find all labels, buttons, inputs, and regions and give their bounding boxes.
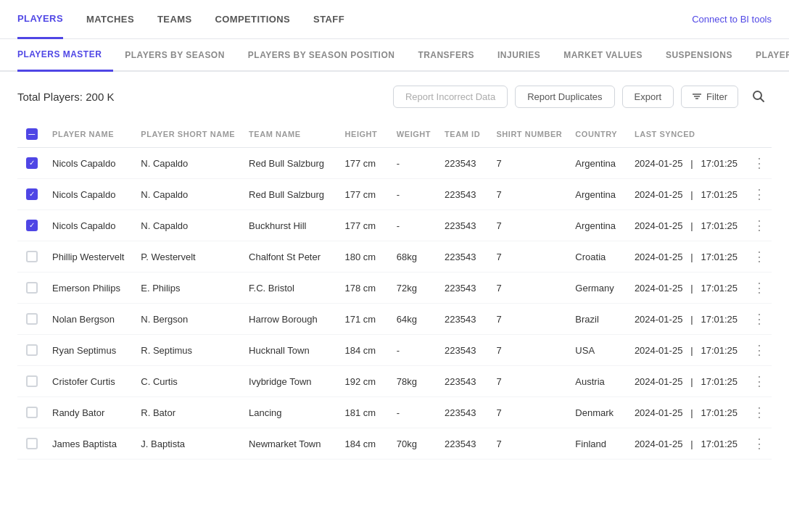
header-shirt-number: SHIRT NUMBER xyxy=(490,121,569,148)
nav-competitions[interactable]: COMPETITIONS xyxy=(215,1,290,38)
header-actions xyxy=(747,121,772,148)
row-shirt-number: 7 xyxy=(490,273,569,304)
nav-staff[interactable]: STAFF xyxy=(313,1,344,38)
subnav-players-master[interactable]: PLAYERS MASTER xyxy=(17,39,113,72)
row-checkbox[interactable] xyxy=(26,251,38,262)
row-player-name: James Baptista xyxy=(46,428,135,460)
row-team-name: Buckhurst Hill xyxy=(243,210,339,241)
row-more-options-button[interactable]: ⋮ xyxy=(753,249,766,264)
row-checkbox[interactable] xyxy=(26,313,38,325)
row-country: Finland xyxy=(569,428,629,460)
row-short-name: R. Septimus xyxy=(135,335,243,366)
row-more-options-button[interactable]: ⋮ xyxy=(753,280,766,295)
row-checkbox-cell xyxy=(17,148,46,179)
row-country: USA xyxy=(569,335,629,366)
row-checkbox[interactable] xyxy=(26,438,38,449)
row-weight: - xyxy=(391,148,439,179)
row-player-name: Phillip Westervelt xyxy=(46,241,135,273)
nav-matches[interactable]: MATCHES xyxy=(86,1,134,38)
row-checkbox[interactable] xyxy=(26,220,38,231)
row-team-name: Red Bull Salzburg xyxy=(243,148,339,179)
export-button[interactable]: Export xyxy=(622,86,674,108)
row-more-options-button[interactable]: ⋮ xyxy=(753,436,766,451)
row-checkbox[interactable] xyxy=(26,344,38,356)
toolbar-actions: Report Incorrect Data Report Duplicates … xyxy=(393,83,772,109)
report-duplicates-button[interactable]: Report Duplicates xyxy=(515,86,614,108)
row-last-synced: 2024-01-25 | 17:01:25 xyxy=(629,148,747,179)
row-sync-time: 17:01:25 xyxy=(701,158,738,169)
row-more-options-button[interactable]: ⋮ xyxy=(753,312,766,326)
row-height: 177 cm xyxy=(339,148,391,179)
row-checkbox[interactable] xyxy=(26,188,38,200)
nav-teams[interactable]: TEAMS xyxy=(157,1,191,38)
row-more-options-button[interactable]: ⋮ xyxy=(753,187,766,201)
filter-button[interactable]: Filter xyxy=(681,86,738,108)
subnav-players-by-season[interactable]: PLAYERS BY SEASON xyxy=(113,40,236,70)
row-sync-time: 17:01:25 xyxy=(701,252,738,262)
table-row: Nicols Capaldo N. Capaldo Red Bull Salzb… xyxy=(17,179,772,210)
row-height: 181 cm xyxy=(339,397,391,428)
row-short-name: R. Bator xyxy=(135,397,243,428)
row-checkbox-cell xyxy=(17,428,46,460)
row-more-options-button[interactable]: ⋮ xyxy=(753,218,766,233)
search-button[interactable] xyxy=(745,83,772,109)
row-sync-time: 17:01:25 xyxy=(701,314,738,325)
row-more-options-cell: ⋮ xyxy=(747,428,772,460)
row-last-synced: 2024-01-25 | 17:01:25 xyxy=(629,304,747,335)
row-height: 171 cm xyxy=(339,304,391,335)
row-checkbox[interactable] xyxy=(26,282,38,294)
row-shirt-number: 7 xyxy=(490,397,569,428)
toolbar: Total Players: 200 K Report Incorrect Da… xyxy=(0,72,789,121)
row-more-options-button[interactable]: ⋮ xyxy=(753,156,766,170)
subnav-player-careers[interactable]: PLAYER CAREERS xyxy=(744,40,789,70)
sub-navigation: PLAYERS MASTER PLAYERS BY SEASON PLAYERS… xyxy=(0,39,789,72)
row-country: Argentina xyxy=(569,179,629,210)
row-country: Argentina xyxy=(569,210,629,241)
row-height: 177 cm xyxy=(339,179,391,210)
row-team-id: 223543 xyxy=(439,148,490,179)
row-more-options-button[interactable]: ⋮ xyxy=(753,343,766,357)
select-all-checkbox[interactable] xyxy=(26,128,38,140)
row-player-name: Nicols Capaldo xyxy=(46,210,135,241)
row-shirt-number: 7 xyxy=(490,179,569,210)
table-row: Nolan Bergson N. Bergson Harrow Borough … xyxy=(17,304,772,335)
row-more-options-cell: ⋮ xyxy=(747,273,772,304)
row-sync-date: 2024-01-25 xyxy=(635,283,683,294)
subnav-market-values[interactable]: MARKET VALUES xyxy=(552,40,654,70)
top-navigation: PLAYERS MATCHES TEAMS COMPETITIONS STAFF… xyxy=(0,0,789,39)
row-short-name: N. Bergson xyxy=(135,304,243,335)
row-short-name: C. Curtis xyxy=(135,366,243,397)
row-more-options-cell: ⋮ xyxy=(747,366,772,397)
row-team-id: 223543 xyxy=(439,335,490,366)
header-player-name: PLAYER NAME xyxy=(46,121,135,148)
row-checkbox[interactable] xyxy=(26,375,38,387)
row-team-name: Lancing xyxy=(243,397,339,428)
table-header-row: PLAYER NAME PLAYER SHORT NAME TEAM NAME … xyxy=(17,121,772,148)
report-incorrect-button[interactable]: Report Incorrect Data xyxy=(393,86,508,108)
row-team-id: 223543 xyxy=(439,273,490,304)
header-short-name: PLAYER SHORT NAME xyxy=(135,121,243,148)
filter-icon xyxy=(692,91,702,101)
row-short-name: E. Philips xyxy=(135,273,243,304)
row-more-options-button[interactable]: ⋮ xyxy=(753,405,766,420)
row-checkbox[interactable] xyxy=(26,157,38,169)
row-team-name: Hucknall Town xyxy=(243,335,339,366)
subnav-players-by-season-position[interactable]: PLAYERS BY SEASON POSITION xyxy=(236,40,407,70)
row-checkbox[interactable] xyxy=(26,407,38,418)
subnav-transfers[interactable]: TRANSFERS xyxy=(406,40,486,70)
row-player-name: Ryan Septimus xyxy=(46,335,135,366)
row-sync-time: 17:01:25 xyxy=(701,189,738,200)
row-shirt-number: 7 xyxy=(490,241,569,273)
row-sync-time: 17:01:25 xyxy=(701,407,738,418)
subnav-suspensions[interactable]: SUSPENSIONS xyxy=(654,40,744,70)
nav-players[interactable]: PLAYERS xyxy=(17,0,63,39)
row-more-options-button[interactable]: ⋮ xyxy=(753,374,766,388)
row-sync-time: 17:01:25 xyxy=(701,376,738,387)
subnav-injuries[interactable]: INJURIES xyxy=(486,40,552,70)
row-last-synced: 2024-01-25 | 17:01:25 xyxy=(629,335,747,366)
row-shirt-number: 7 xyxy=(490,335,569,366)
connect-bi-button[interactable]: Connect to BI tools xyxy=(692,14,772,25)
table-row: James Baptista J. Baptista Newmarket Tow… xyxy=(17,428,772,460)
row-weight: - xyxy=(391,335,439,366)
row-player-name: Randy Bator xyxy=(46,397,135,428)
